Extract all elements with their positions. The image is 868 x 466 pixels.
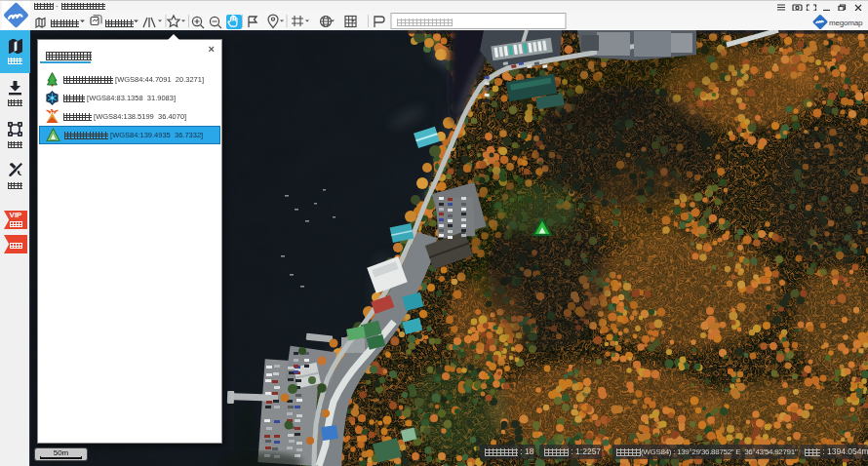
- svg-text:megomap: megomap: [829, 19, 863, 27]
